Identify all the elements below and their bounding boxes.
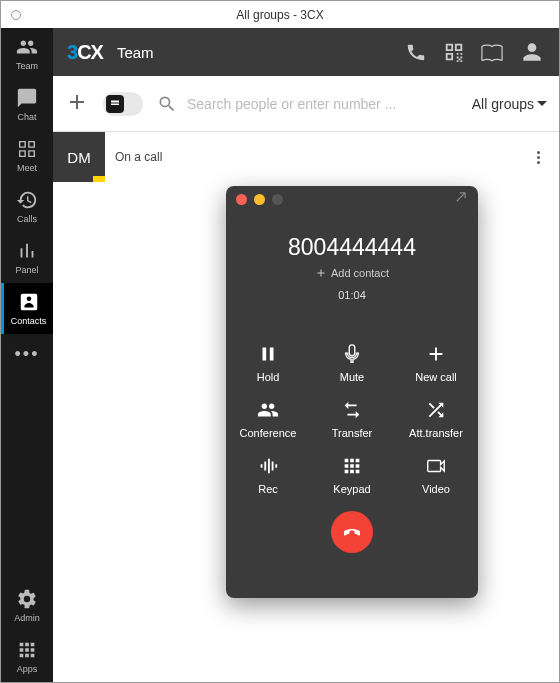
sidebar: Team Chat Meet Calls Panel Contacts ••• … — [1, 28, 53, 682]
waveform-icon — [257, 455, 279, 477]
qr-icon[interactable] — [443, 41, 465, 63]
plus-icon — [315, 267, 327, 279]
newcall-button[interactable]: New call — [394, 343, 478, 383]
att-transfer-button[interactable]: Att.transfer — [394, 399, 478, 439]
hold-button[interactable]: Hold — [226, 343, 310, 383]
sidebar-item-chat[interactable]: Chat — [1, 79, 53, 130]
sidebar-item-label: Chat — [17, 112, 36, 122]
sidebar-item-label: Calls — [17, 214, 37, 224]
call-window: 8004444444 Add contact 01:04 Hold Mute N… — [226, 186, 478, 598]
sidebar-item-label: Contacts — [11, 316, 47, 326]
rec-button[interactable]: Rec — [226, 455, 310, 495]
contact-initials: DM — [67, 149, 90, 166]
caret-down-icon — [537, 99, 547, 109]
chat-icon — [16, 87, 38, 109]
sidebar-item-label: Meet — [17, 163, 37, 173]
sidebar-item-panel[interactable]: Panel — [1, 232, 53, 283]
transfer-icon — [341, 399, 363, 421]
os-titlebar: All groups - 3CX — [0, 0, 560, 28]
sidebar-item-contacts[interactable]: Contacts — [1, 283, 53, 334]
transfer-button[interactable]: Transfer — [310, 399, 394, 439]
contact-row[interactable]: DM On a call — [53, 132, 559, 182]
sidebar-item-label: Admin — [14, 613, 40, 623]
shuffle-icon — [425, 399, 447, 421]
close-dot[interactable] — [236, 194, 247, 205]
group-filter-label: All groups — [472, 96, 534, 112]
avatar-icon[interactable] — [519, 39, 545, 65]
sidebar-item-label: Team — [16, 61, 38, 71]
status-indicator — [93, 176, 105, 182]
min-dot[interactable] — [254, 194, 265, 205]
add-contact-button[interactable]: Add contact — [315, 267, 389, 279]
sidebar-item-label: Panel — [15, 265, 38, 275]
conference-icon — [257, 399, 279, 421]
apps-icon — [16, 639, 38, 661]
contact-avatar: DM — [53, 132, 105, 182]
max-dot[interactable] — [272, 194, 283, 205]
logo: 3CX — [67, 41, 103, 64]
meet-icon — [16, 138, 38, 160]
contacts-icon — [18, 291, 40, 313]
hangup-button[interactable] — [331, 511, 373, 553]
call-number: 8004444444 — [288, 234, 416, 261]
sidebar-more[interactable]: ••• — [15, 334, 40, 375]
mute-button[interactable]: Mute — [310, 343, 394, 383]
people-icon — [16, 36, 38, 58]
window-title: All groups - 3CX — [236, 8, 323, 22]
mic-icon — [341, 343, 363, 365]
hangup-icon — [340, 520, 364, 544]
sidebar-item-apps[interactable]: Apps — [1, 631, 53, 682]
conference-button[interactable]: Conference — [226, 399, 310, 439]
add-button[interactable] — [65, 90, 89, 118]
card-icon — [109, 98, 121, 110]
add-contact-label: Add contact — [331, 267, 389, 279]
sidebar-item-calls[interactable]: Calls — [1, 181, 53, 232]
group-filter[interactable]: All groups — [472, 96, 547, 112]
view-toggle[interactable] — [103, 92, 143, 116]
book-icon[interactable] — [481, 41, 503, 63]
keypad-icon — [341, 455, 363, 477]
keypad-button[interactable]: Keypad — [310, 455, 394, 495]
contact-menu[interactable] — [533, 151, 549, 164]
sidebar-item-admin[interactable]: Admin — [1, 580, 53, 631]
video-icon — [425, 455, 447, 477]
dial-icon[interactable] — [405, 41, 427, 63]
panel-icon — [16, 240, 38, 262]
search-icon — [157, 94, 177, 114]
search-input[interactable] — [187, 96, 458, 112]
topbar: 3CX Team — [53, 28, 559, 76]
sidebar-item-label: Apps — [17, 664, 38, 674]
topbar-title: Team — [117, 44, 154, 61]
pause-icon — [257, 343, 279, 365]
gear-icon — [16, 588, 38, 610]
toolbar: All groups — [53, 76, 559, 132]
call-timer: 01:04 — [338, 289, 366, 301]
plus-icon — [425, 343, 447, 365]
sidebar-item-meet[interactable]: Meet — [1, 130, 53, 181]
contact-status: On a call — [115, 150, 162, 164]
window-close-dot[interactable] — [11, 10, 21, 20]
history-icon — [16, 189, 38, 211]
sidebar-item-team[interactable]: Team — [1, 28, 53, 79]
popout-icon[interactable] — [454, 190, 468, 208]
call-titlebar — [226, 186, 478, 212]
video-button[interactable]: Video — [394, 455, 478, 495]
